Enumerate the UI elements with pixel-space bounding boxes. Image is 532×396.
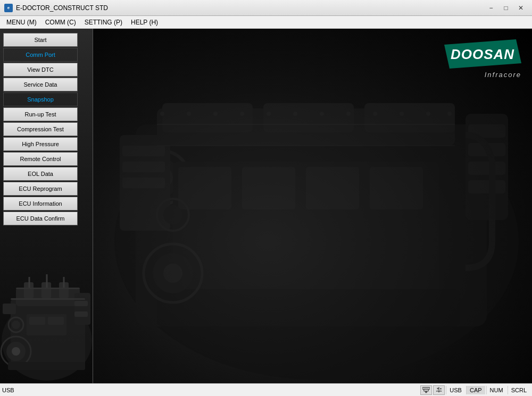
svg-point-63: [373, 112, 377, 116]
logo-area: DOOSAN Infracore: [444, 39, 521, 79]
status-cap-label: CAP: [466, 386, 485, 394]
svg-rect-45: [306, 167, 359, 209]
svg-point-57: [213, 112, 218, 116]
svg-point-60: [293, 112, 297, 116]
window-controls: − □ ✕: [484, 3, 528, 13]
content-area: DOOSAN Infracore: [93, 29, 532, 383]
svg-rect-33: [468, 162, 505, 175]
menu-item-help[interactable]: HELP (H): [127, 17, 162, 28]
svg-rect-40: [122, 162, 165, 172]
sidebar-btn-run-up-test[interactable]: Run-up Test: [3, 107, 78, 121]
menu-item-comm[interactable]: COMM (C): [41, 17, 80, 28]
svg-point-56: [187, 112, 191, 116]
svg-rect-22: [29, 317, 45, 325]
svg-rect-39: [122, 146, 165, 156]
svg-point-64: [400, 112, 404, 116]
svg-text:DOOSAN: DOOSAN: [451, 46, 514, 62]
svg-point-73: [440, 388, 442, 390]
sidebar-btn-compression-test[interactable]: Compression Test: [3, 122, 78, 136]
engine-image: [93, 29, 532, 383]
svg-rect-12: [74, 301, 88, 306]
svg-point-62: [346, 112, 351, 116]
menu-item-setting[interactable]: SETTING (P): [80, 17, 127, 28]
sidebar-btn-snapshop[interactable]: Snapshop: [3, 92, 78, 106]
close-button[interactable]: ✕: [514, 3, 528, 13]
svg-rect-75: [440, 390, 442, 391]
status-scrl-label: SCRL: [508, 386, 530, 394]
svg-point-55: [160, 112, 164, 116]
menu-item-menu[interactable]: MENU (M): [2, 17, 41, 28]
svg-rect-14: [3, 304, 16, 314]
svg-rect-15: [8, 362, 85, 370]
status-usb-label: USB: [446, 386, 465, 394]
svg-point-61: [320, 112, 324, 116]
sidebar-btn-remote-control[interactable]: Remote Control: [3, 152, 78, 166]
status-bar: USB USB CAP NUM SCRL: [0, 383, 532, 396]
svg-point-8: [12, 347, 20, 356]
svg-point-65: [426, 112, 430, 116]
svg-rect-43: [178, 167, 231, 209]
usb-status-icon: [433, 385, 445, 395]
svg-rect-47: [157, 289, 460, 326]
svg-rect-28: [263, 103, 354, 132]
status-right: USB CAP NUM SCRL: [420, 385, 530, 395]
svg-rect-44: [242, 167, 295, 209]
title-bar-left: e E-DOCTOR_CONSTRUCT STD: [4, 4, 108, 12]
svg-rect-74: [436, 390, 438, 391]
sidebar-btn-ecu-information[interactable]: ECU Information: [3, 197, 78, 210]
infracore-text: Infracore: [485, 71, 521, 79]
svg-rect-27: [162, 103, 253, 132]
doosan-logo-container: DOOSAN: [444, 39, 521, 69]
app-icon: e: [4, 4, 13, 12]
svg-rect-23: [48, 317, 64, 325]
svg-rect-16: [16, 288, 80, 289]
sidebar-btn-view-dtc[interactable]: View DTC: [3, 63, 78, 77]
svg-point-52: [163, 205, 182, 224]
svg-point-50: [163, 264, 182, 283]
status-num-label: NUM: [486, 386, 506, 394]
title-bar: e E-DOCTOR_CONSTRUCT STD − □ ✕: [0, 0, 532, 16]
status-left: USB: [2, 387, 14, 393]
sidebar-btn-comm-port[interactable]: Comm Port: [3, 48, 78, 62]
minimize-button[interactable]: −: [484, 3, 498, 13]
svg-rect-71: [422, 387, 430, 389]
menu-bar: MENU (M) COMM (C) SETTING (P) HELP (H): [0, 16, 532, 29]
main-container: Start Comm Port View DTC Service Data Sn…: [0, 29, 532, 383]
sidebar: Start Comm Port View DTC Service Data Sn…: [0, 29, 93, 383]
status-usb-text: USB: [2, 387, 14, 393]
svg-rect-72: [437, 387, 439, 389]
svg-point-58: [240, 112, 244, 116]
network-icon: [420, 385, 432, 395]
app-title: E-DOCTOR_CONSTRUCT STD: [16, 4, 108, 12]
svg-rect-13: [74, 311, 88, 317]
sidebar-btn-high-pressure[interactable]: High Pressure: [3, 137, 78, 151]
svg-rect-41: [122, 178, 165, 188]
svg-rect-29: [364, 103, 455, 132]
sidebar-btn-ecu-reprogram[interactable]: ECU Reprogram: [3, 182, 78, 196]
sidebar-btn-service-data[interactable]: Service Data: [3, 78, 78, 91]
svg-point-10: [12, 321, 20, 329]
svg-rect-46: [370, 167, 423, 209]
svg-rect-17: [11, 298, 85, 300]
sidebar-btn-start[interactable]: Start: [3, 33, 78, 47]
sidebar-btn-eol-data[interactable]: EOL Data: [3, 167, 78, 181]
svg-point-59: [267, 112, 271, 116]
svg-rect-34: [468, 180, 505, 193]
sidebar-btn-ecu-data-confirm[interactable]: ECU Data Confirm: [3, 212, 78, 225]
svg-point-66: [447, 112, 452, 116]
maximize-button[interactable]: □: [499, 3, 513, 13]
svg-rect-11: [74, 293, 90, 325]
